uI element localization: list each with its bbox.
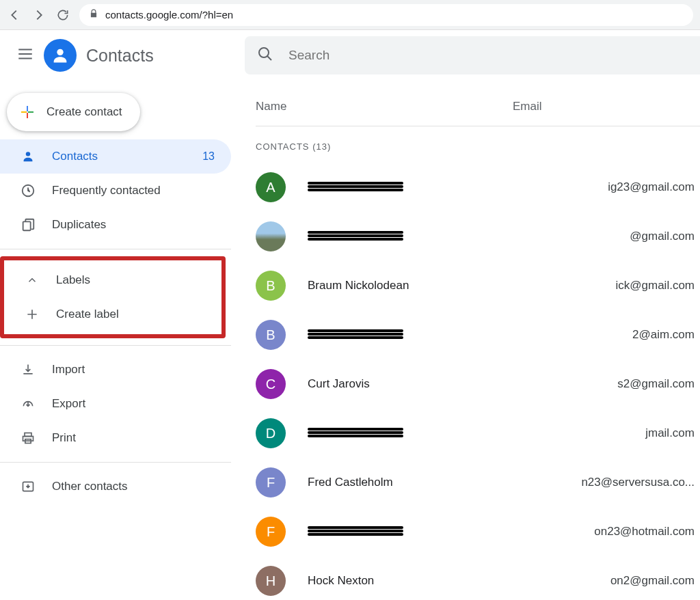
contact-row[interactable]: CCurt Jaroviss2@gmail.com: [256, 359, 700, 409]
svg-rect-4: [23, 221, 31, 230]
column-headers: Name Email: [256, 90, 700, 126]
lock-icon: [89, 9, 98, 21]
chevron-up-icon: [25, 273, 40, 288]
contact-email: s2@gmail.com: [513, 377, 700, 391]
create-contact-label: Create contact: [46, 105, 122, 119]
app-title: Contacts: [86, 46, 154, 66]
contact-row[interactable]: FFred Castleholmn23@serversusa.co...: [256, 458, 700, 507]
sidebar-item-label: Other contacts: [52, 480, 128, 493]
search-bar[interactable]: [245, 36, 700, 74]
svg-point-2: [26, 152, 30, 156]
sidebar-item-label: Print: [52, 431, 76, 445]
search-input[interactable]: [288, 48, 688, 63]
sidebar-item-frequently[interactable]: Frequently contacted: [0, 174, 231, 208]
column-header-email: Email: [513, 100, 700, 113]
section-label: CONTACTS (13): [256, 126, 700, 163]
contact-name: [308, 523, 513, 541]
column-header-name: Name: [256, 100, 513, 113]
contact-name: [308, 179, 513, 196]
contact-row[interactable]: Fon23@hotmail.com: [256, 507, 700, 556]
contact-name: Fred Castleholm: [308, 476, 513, 489]
export-icon: [21, 396, 36, 411]
contact-email: @gmail.com: [513, 230, 700, 243]
sidebar-item-print[interactable]: Print: [0, 421, 231, 455]
divider: [0, 249, 231, 249]
sidebar-item-other-contacts[interactable]: Other contacts: [0, 469, 231, 504]
contact-email: n23@serversusa.co...: [513, 476, 700, 489]
contact-row[interactable]: Aig23@gmail.com: [256, 163, 700, 212]
divider: [0, 462, 231, 463]
avatar: [256, 221, 286, 251]
avatar: F: [256, 467, 286, 497]
contact-email: ick@gmail.com: [513, 279, 700, 292]
plus-multicolor-icon: [19, 104, 36, 120]
sidebar-item-label: Export: [52, 397, 85, 411]
contact-email: ig23@gmail.com: [513, 180, 700, 194]
plus-icon: [25, 307, 40, 322]
contact-row[interactable]: BBraum Nickolodeanick@gmail.com: [256, 261, 700, 310]
sidebar-item-duplicates[interactable]: Duplicates: [0, 208, 231, 242]
main-content: Name Email CONTACTS (13) Aig23@gmail.com…: [231, 81, 700, 600]
contact-row[interactable]: @gmail.com: [256, 212, 700, 261]
search-icon: [257, 46, 273, 65]
sidebar-item-label: Labels: [56, 273, 90, 287]
divider: [0, 345, 231, 346]
sidebar-item-create-label[interactable]: Create label: [4, 297, 221, 331]
sidebar-item-label: Create label: [56, 308, 119, 321]
history-icon: [21, 183, 36, 198]
contact-row[interactable]: B2@aim.com: [256, 310, 700, 359]
contact-name: Curt Jarovis: [308, 377, 513, 391]
contact-email: 2@aim.com: [513, 328, 700, 342]
forward-icon[interactable]: [31, 8, 46, 23]
contact-email: on2@gmail.com: [513, 574, 700, 588]
import-icon: [21, 362, 36, 377]
contact-email: jmail.com: [513, 426, 700, 440]
avatar: B: [256, 320, 286, 350]
sidebar-item-contacts[interactable]: Contacts 13: [0, 139, 231, 174]
url-text: contacts.google.com/?hl=en: [105, 9, 233, 21]
sidebar-item-label: Frequently contacted: [52, 184, 161, 197]
avatar: C: [256, 369, 286, 399]
create-contact-button[interactable]: Create contact: [7, 93, 140, 131]
contacts-logo-icon: [44, 39, 77, 72]
menu-icon[interactable]: [16, 45, 34, 66]
contact-name: Braum Nickolodean: [308, 279, 513, 292]
duplicates-icon: [21, 217, 36, 232]
sidebar: Create contact Contacts 13 Frequently co…: [0, 81, 231, 600]
sidebar-item-label: Duplicates: [52, 218, 106, 232]
app-header: Contacts: [0, 30, 700, 81]
sidebar-item-labels[interactable]: Labels: [4, 263, 221, 297]
labels-highlight: Labels Create label: [0, 256, 226, 338]
back-icon[interactable]: [7, 8, 22, 23]
avatar: F: [256, 517, 286, 547]
avatar: H: [256, 566, 286, 596]
sidebar-item-label: Import: [52, 363, 85, 377]
contact-name: [308, 228, 513, 245]
contact-name: Hock Nexton: [308, 574, 513, 588]
contact-name: [308, 327, 513, 344]
contact-email: on23@hotmail.com: [513, 525, 700, 538]
print-icon: [21, 431, 36, 446]
url-bar[interactable]: contacts.google.com/?hl=en: [79, 4, 693, 26]
person-icon: [21, 149, 36, 164]
avatar: B: [256, 271, 286, 301]
contacts-count: 13: [202, 150, 215, 163]
contact-row[interactable]: HHock Nextonon2@gmail.com: [256, 556, 700, 600]
contacts-list: Aig23@gmail.com@gmail.comBBraum Nickolod…: [256, 163, 700, 600]
avatar: A: [256, 172, 286, 202]
archive-icon: [21, 479, 36, 494]
contact-name: [308, 425, 513, 442]
avatar: D: [256, 418, 286, 448]
sidebar-item-export[interactable]: Export: [0, 387, 231, 421]
sidebar-item-import[interactable]: Import: [0, 353, 231, 387]
contact-row[interactable]: Djmail.com: [256, 409, 700, 458]
reload-icon[interactable]: [56, 8, 70, 22]
svg-point-1: [259, 48, 269, 57]
svg-point-0: [57, 49, 63, 55]
sidebar-item-label: Contacts: [52, 150, 98, 163]
browser-bar: contacts.google.com/?hl=en: [0, 0, 700, 30]
